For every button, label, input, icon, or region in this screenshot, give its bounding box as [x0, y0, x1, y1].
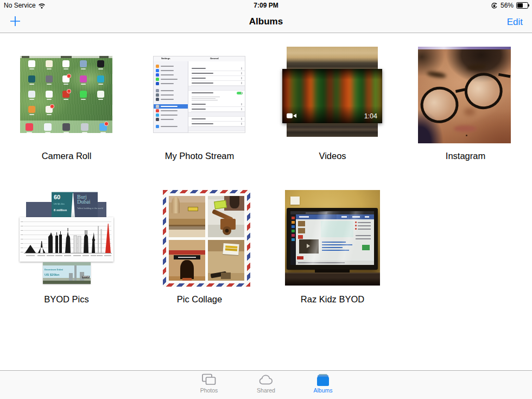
camera-roll-dock: [20, 121, 112, 133]
tab-photos[interactable]: Photos: [188, 372, 230, 397]
mini-sidebar-row: [154, 93, 188, 97]
status-right: 56%: [491, 2, 528, 9]
rotation-lock-icon: [491, 2, 498, 9]
mini-app-icon: [46, 60, 53, 67]
glasses-bridge: [455, 88, 466, 93]
infographic-stat-mid: US $4.1bn: [54, 203, 65, 205]
mini-settings-group: [154, 88, 188, 102]
tab-label: Shared: [245, 387, 287, 394]
mini-app-icon: [62, 60, 69, 67]
battery-icon: [516, 2, 528, 9]
mini-app-icon: [62, 123, 70, 131]
fort-tower: [172, 197, 180, 213]
mini-settings-row: [191, 131, 245, 133]
wall-note: [290, 197, 300, 205]
album-my-photo-stream[interactable]: Settings General My: [133, 46, 266, 184]
mini-sidebar-row: [154, 73, 188, 77]
collage-grid: [166, 193, 247, 283]
album-title: Raz Kidz BYOD: [266, 294, 399, 305]
glasses: [418, 71, 511, 132]
video-frame: 1:04: [282, 69, 382, 123]
tab-albums[interactable]: Albums: [302, 372, 344, 397]
mini-app-icon: [97, 91, 104, 98]
mini-green-toggle: [237, 92, 243, 95]
downtown-dubai-photo: Downtown Dubai US $20bn MENA: [43, 262, 91, 284]
album-thumbnail-camera-roll: [20, 56, 112, 133]
mini-app-icon: [28, 75, 35, 83]
mini-detail-header: [188, 61, 245, 66]
tab-shared[interactable]: Shared: [245, 372, 287, 397]
mini-settings-row: [191, 102, 245, 107]
white-sign: [223, 243, 239, 255]
album-camera-roll[interactable]: Camera Roll: [0, 46, 133, 184]
mini-group-gap: [188, 126, 245, 131]
album-pic-collage[interactable]: Pic Collage: [133, 189, 266, 327]
monitor: [287, 208, 378, 270]
albums-icon: [315, 373, 331, 387]
collage-photo-cannon-model: [208, 196, 244, 237]
eyebrow: [467, 64, 487, 70]
glasses-lens: [418, 84, 461, 125]
album-title: Pic Collage: [133, 294, 266, 305]
top-chrome: No Service 7:09 PM 56%: [0, 0, 532, 33]
mini-building: [69, 273, 73, 281]
mini-app-icon: [46, 75, 53, 83]
edit-button[interactable]: Edit: [507, 17, 523, 28]
battery-percent: 56%: [501, 2, 514, 9]
camcorder-icon: [287, 113, 297, 119]
collage-photo-courtyard: [208, 240, 244, 281]
page-title: Albums: [0, 16, 532, 27]
infographic-right-panel: BurjDubai Tallest building in the world: [73, 192, 98, 218]
mini-group-gap: [188, 112, 245, 117]
doorway: [180, 260, 193, 279]
mini-app-icon: [44, 123, 52, 131]
mini-sidebar-row: [154, 88, 188, 93]
mini-app-icon: [99, 123, 107, 131]
mini-general-title: General: [210, 58, 219, 60]
stone-block: [221, 273, 230, 279]
mini-app-icon: [80, 60, 87, 67]
mini-settings-group: [154, 64, 188, 86]
mini-badge: [50, 104, 54, 109]
dark-doorway: [230, 196, 239, 208]
mini-app-icon: [62, 75, 69, 83]
album-title: Videos: [266, 151, 399, 161]
album-thumbnail-raz-kidz: [285, 190, 380, 286]
mini-app-icon: [97, 106, 104, 113]
mini-badge: [104, 122, 109, 126]
album-instagram[interactable]: Instagram: [399, 46, 532, 184]
shared-cloud-icon: [258, 373, 274, 387]
mini-sidebar-row: [154, 124, 188, 129]
infographic-subtitle: Tallest building in the world: [77, 207, 97, 210]
camera-roll-icon-grid: [23, 60, 109, 121]
album-raz-kidz-byod[interactable]: Raz Kidz BYOD: [266, 189, 399, 327]
album-thumbnail-photo-stream: Settings General: [153, 56, 245, 133]
cannon-wheel: [223, 226, 231, 235]
card2-badge: MENA: [82, 276, 90, 278]
album-title: Instagram: [399, 151, 532, 161]
mini-settings-detail: [188, 61, 245, 132]
mini-toggle-row: [191, 91, 245, 95]
mini-app-icon: [46, 91, 53, 98]
mini-sidebar-row: [154, 109, 188, 113]
mini-settings-row: [191, 117, 245, 122]
status-bar: No Service 7:09 PM 56%: [0, 0, 532, 11]
mini-app-icon: [26, 123, 33, 131]
screen-glare: [290, 211, 374, 265]
tab-bar: Photos Shared Albums: [0, 370, 532, 399]
infographic-stat-big: 60: [54, 194, 60, 200]
black-sign: [174, 255, 200, 259]
infographic-title: BurjDubai: [77, 194, 90, 204]
wall-shadow: [169, 225, 205, 230]
card2-title: Downtown Dubai: [45, 269, 63, 271]
infographic-stat-small: 8 million: [54, 208, 67, 212]
mini-app-icon: [81, 123, 88, 131]
mini-sidebar-row: [154, 68, 188, 73]
infographic-left-panel: 60 US $4.1bn 8 million: [52, 192, 73, 218]
album-videos[interactable]: 1:04 Videos: [266, 46, 399, 184]
collage-photo-entrance: [169, 240, 205, 281]
mini-group-gap: [188, 86, 245, 91]
mini-settings-row: [191, 76, 245, 81]
album-byod-pics[interactable]: 60 US $4.1bn 8 million BurjDubai Tallest…: [0, 189, 133, 327]
mini-settings-row: [191, 66, 245, 71]
